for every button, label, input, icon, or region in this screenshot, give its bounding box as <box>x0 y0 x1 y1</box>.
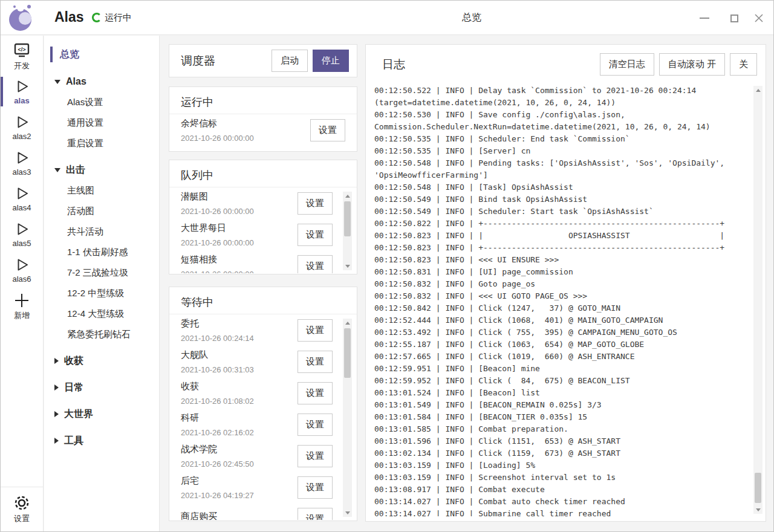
scroll-down-icon[interactable] <box>343 508 352 517</box>
nav-settings-button[interactable]: 设置 <box>1 487 43 531</box>
waiting-scrollbar[interactable] <box>343 319 352 517</box>
menu-group-Alas[interactable]: Alas <box>44 71 159 92</box>
menu-item-label: 主线图 <box>67 185 94 196</box>
menu-item-label: 7-2 三战捡垃圾 <box>67 267 128 279</box>
task-row: 大世界每日 2021-10-26 00:00:00 设置 <box>169 219 357 250</box>
nav-item-label: alas2 <box>1 132 43 141</box>
task-setting-button[interactable]: 设置 <box>298 351 333 373</box>
menu-item-Alas设置[interactable]: Alas设置 <box>44 92 159 112</box>
menu-item-7-2 三战捡垃圾[interactable]: 7-2 三战捡垃圾 <box>44 262 159 283</box>
task-setting-button[interactable]: 设置 <box>298 319 333 342</box>
menu-group-日常[interactable]: 日常 <box>44 377 159 398</box>
maximize-button[interactable] <box>726 10 743 27</box>
scroll-up-icon[interactable] <box>753 86 763 94</box>
task-setting-button[interactable]: 设置 <box>298 192 333 215</box>
nav-sidebar: </> 开发 alas alas2 alas3 alas4 alas5 alas… <box>1 36 44 531</box>
menu-item-12-2 中型练级[interactable]: 12-2 中型练级 <box>44 283 159 303</box>
autoscroll-off-button[interactable]: 关 <box>730 53 757 76</box>
nav-item-开发[interactable]: </> 开发 <box>1 40 43 72</box>
log-title: 日志 <box>382 57 405 73</box>
task-name: 商店购买 <box>181 511 217 520</box>
scroll-down-icon[interactable] <box>343 262 352 270</box>
task-setting-button[interactable]: 设置 <box>298 224 333 246</box>
menu-item-label: 12-2 中型练级 <box>67 288 124 299</box>
menu-item-紧急委托刷钻石[interactable]: 紧急委托刷钻石 <box>44 324 159 345</box>
nav-item-alas2[interactable]: alas2 <box>1 111 43 143</box>
menu-item-1-1 伏击刷好感[interactable]: 1-1 伏击刷好感 <box>44 242 159 262</box>
task-next-run-time: 2021-10-26 00:00:00 <box>181 207 254 216</box>
task-next-run-time: 2021-10-26 02:16:02 <box>181 428 254 437</box>
play-icon <box>1 147 43 167</box>
nav-item-新增[interactable]: 新增 <box>1 290 43 322</box>
menu-item-12-4 大型练级[interactable]: 12-4 大型练级 <box>44 303 159 324</box>
scroll-down-icon[interactable] <box>753 505 763 514</box>
app-logo-icon <box>8 4 36 31</box>
scroll-thumb[interactable] <box>755 473 761 503</box>
task-name: 收获 <box>181 381 254 392</box>
menu-item-活动图[interactable]: 活动图 <box>44 201 159 221</box>
menu-item-label: 重启设置 <box>67 138 103 149</box>
task-info: 后宅 2021-10-26 04:19:27 <box>181 475 254 500</box>
task-row: 委托 2021-10-26 00:24:14 设置 <box>169 314 357 346</box>
task-setting-button[interactable]: 设置 <box>298 255 333 274</box>
menu-group-大世界[interactable]: 大世界 <box>44 404 159 424</box>
nav-item-alas6[interactable]: alas6 <box>1 254 43 286</box>
menu-group-收获[interactable]: 收获 <box>44 351 159 371</box>
nav-item-label: alas <box>1 96 43 105</box>
scroll-thumb[interactable] <box>344 201 351 236</box>
menu-item-label: 紧急委托刷钻石 <box>67 329 131 340</box>
task-setting-button[interactable]: 设置 <box>310 119 345 141</box>
nav-item-alas5[interactable]: alas5 <box>1 218 43 250</box>
task-row: 潜艇图 2021-10-26 00:00:00 设置 <box>169 187 357 219</box>
autoscroll-on-button[interactable]: 自动滚动 开 <box>659 53 725 76</box>
task-setting-button[interactable]: 设置 <box>298 508 333 521</box>
page-title: 总览 <box>462 11 481 24</box>
menu-item-label: 活动图 <box>67 206 94 217</box>
menu-group-出击[interactable]: 出击 <box>44 160 159 180</box>
menu-group-label: 收获 <box>64 355 83 368</box>
task-setting-button[interactable]: 设置 <box>298 382 333 404</box>
minimize-button[interactable] <box>696 10 713 27</box>
pending-scrollbar[interactable] <box>343 192 352 270</box>
nav-item-alas[interactable]: alas <box>1 76 43 108</box>
waiting-title: 等待中 <box>169 287 357 314</box>
log-line: Commission.Scheduler.NextRun=datetime.da… <box>374 121 745 133</box>
log-scrollbar[interactable] <box>753 86 763 514</box>
task-name: 科研 <box>181 412 254 424</box>
waiting-section: 等待中 委托 2021-10-26 00:24:14 设置 大舰队 2021-1… <box>169 287 357 521</box>
group-arrow-icon <box>54 384 59 391</box>
task-setting-button[interactable]: 设置 <box>298 414 333 436</box>
start-button[interactable]: 启动 <box>272 50 308 72</box>
stop-button[interactable]: 停止 <box>313 50 349 72</box>
close-button[interactable] <box>750 10 767 27</box>
menu-group-工具[interactable]: 工具 <box>44 430 159 451</box>
nav-item-label: 开发 <box>1 60 43 71</box>
group-arrow-icon <box>54 438 59 444</box>
svg-text:</>: </> <box>18 47 25 53</box>
menu-item-通用设置[interactable]: 通用设置 <box>44 112 159 133</box>
log-line: 00:13:02.134 | INFO | Click (1159, 673) … <box>374 447 745 459</box>
nav-item-alas4[interactable]: alas4 <box>1 183 43 215</box>
menu-item-共斗活动[interactable]: 共斗活动 <box>44 221 159 242</box>
menu-item-重启设置[interactable]: 重启设置 <box>44 133 159 154</box>
log-line: 00:12:50.823 | INFO | <<< UI ENSURE >>> <box>374 254 745 266</box>
play-icon <box>1 76 43 96</box>
nav-items: </> 开发 alas alas2 alas3 alas4 alas5 alas… <box>1 36 43 322</box>
nav-item-alas3[interactable]: alas3 <box>1 147 43 179</box>
scroll-up-icon[interactable] <box>343 192 352 200</box>
nav-item-label: alas4 <box>1 203 43 212</box>
menu-item-主线图[interactable]: 主线图 <box>44 180 159 201</box>
task-setting-button[interactable]: 设置 <box>298 476 333 499</box>
log-line: 00:12:50.535 | INFO | Scheduler: End tas… <box>374 133 745 145</box>
task-row: 战术学院 2021-10-26 02:45:50 设置 <box>169 440 357 472</box>
log-line: 00:13:01.549 | INFO | [BEACON_REMAIN 0.0… <box>374 399 745 411</box>
task-setting-button[interactable]: 设置 <box>298 445 333 467</box>
log-line: 00:12:50.548 | INFO | Pending tasks: ['O… <box>374 157 745 169</box>
clear-log-button[interactable]: 清空日志 <box>600 53 654 76</box>
scroll-thumb[interactable] <box>344 328 351 378</box>
log-panel: 日志 清空日志 自动滚动 开 关 00:12:50.522 | INFO | D… <box>365 44 766 522</box>
scroll-up-icon[interactable] <box>343 319 352 327</box>
task-info: 战术学院 2021-10-26 02:45:50 <box>181 444 254 469</box>
menu-item-overview[interactable]: 总览 <box>44 44 159 65</box>
gear-icon <box>1 493 43 513</box>
